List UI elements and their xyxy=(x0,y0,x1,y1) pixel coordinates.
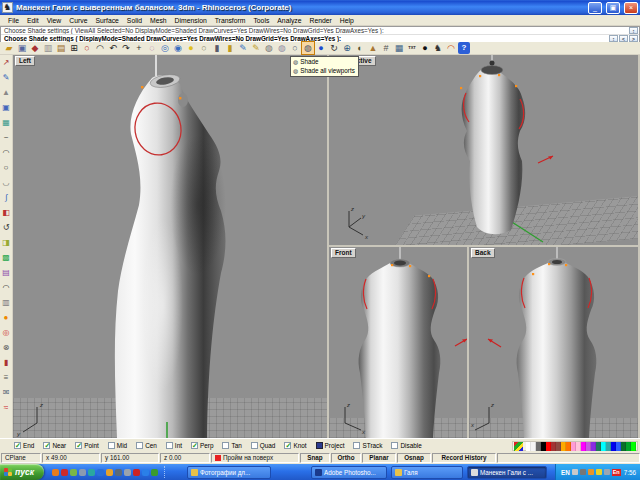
start-button[interactable]: пуск xyxy=(0,464,44,480)
tray-icon[interactable] xyxy=(588,469,594,475)
zoom-extents-icon[interactable]: ◉ xyxy=(172,42,184,54)
command-scroll-button[interactable]: ↕ xyxy=(629,27,638,34)
layer-indicator[interactable]: Пройм на поверх xyxy=(211,453,299,463)
paste-icon[interactable]: ▤ xyxy=(55,42,67,54)
redo-icon[interactable]: ↷ xyxy=(120,42,132,54)
menu-help[interactable]: Help xyxy=(336,15,358,26)
zoom-dynamic-icon[interactable]: ◌ xyxy=(146,42,158,54)
surface-icon[interactable]: ◧ xyxy=(1,206,12,219)
quick-launch-icon[interactable] xyxy=(115,469,122,476)
checkbox[interactable] xyxy=(108,442,115,449)
viewport-left[interactable]: z y Left xyxy=(13,55,327,438)
ring-icon[interactable]: ◎ xyxy=(1,326,12,339)
checkbox[interactable] xyxy=(191,442,198,449)
move-icon[interactable]: ↗ xyxy=(1,56,12,69)
intersect-icon[interactable]: ⊗ xyxy=(1,341,12,354)
snap-pane[interactable]: Snap xyxy=(300,453,330,463)
solid-icon[interactable]: ▲ xyxy=(1,86,12,99)
loft-icon[interactable]: ▩ xyxy=(1,251,12,264)
osnap-end[interactable]: End xyxy=(14,442,34,449)
flask-icon[interactable]: ▮ xyxy=(211,42,223,54)
checkbox[interactable] xyxy=(391,442,398,449)
tray-icon[interactable] xyxy=(580,469,586,475)
wireframe-view-icon[interactable]: ◍ xyxy=(263,42,275,54)
control-points-icon[interactable]: ✎ xyxy=(1,71,12,84)
envelope-icon[interactable]: ✉ xyxy=(1,386,12,399)
command-spinner-button[interactable]: ↕ xyxy=(609,35,618,42)
revolve-icon[interactable]: ↺ xyxy=(1,221,12,234)
text-icon[interactable]: TXT xyxy=(406,42,418,54)
checkbox[interactable] xyxy=(166,442,173,449)
grid-snap-icon[interactable]: # xyxy=(380,42,392,54)
xray-view-icon[interactable]: ○ xyxy=(289,42,301,54)
menu-curve[interactable]: Curve xyxy=(65,15,91,26)
polyline-icon[interactable]: ~ xyxy=(1,131,12,144)
osnap-pane[interactable]: Osnap xyxy=(397,453,431,463)
fillet-icon[interactable]: ◠ xyxy=(1,281,12,294)
menu-analyze[interactable]: Analyze xyxy=(273,15,305,26)
task-photos[interactable]: Фотографии дл... xyxy=(187,466,271,479)
copy-icon[interactable]: ▥ xyxy=(42,42,54,54)
properties-icon[interactable]: ▲ xyxy=(367,42,379,54)
osnap-int[interactable]: Int xyxy=(166,442,182,449)
command-next-button[interactable]: > xyxy=(629,35,638,42)
viewport-back[interactable]: z x Back xyxy=(469,247,638,438)
ghosted-view-icon[interactable]: ◍ xyxy=(276,42,288,54)
arc-icon[interactable]: ◠ xyxy=(1,146,12,159)
circle-tool-icon[interactable]: ○ xyxy=(1,161,12,174)
patch-icon[interactable]: ▤ xyxy=(1,266,12,279)
help-icon[interactable]: ? xyxy=(458,42,470,54)
quick-launch-icon[interactable] xyxy=(52,469,59,476)
grid-icon[interactable]: ▦ xyxy=(1,116,12,129)
open-folder-icon[interactable]: ▰ xyxy=(3,42,15,54)
color-swatch[interactable] xyxy=(631,442,636,451)
menu-render[interactable]: Render xyxy=(306,15,336,26)
osnap-disable[interactable]: Disable xyxy=(391,442,421,449)
osnap-point[interactable]: Point xyxy=(75,442,99,449)
curve-icon[interactable]: ◠ xyxy=(94,42,106,54)
stack-icon[interactable]: ≡ xyxy=(1,371,12,384)
lamp-on-icon[interactable]: ● xyxy=(185,42,197,54)
viewport-perspective[interactable]: z y x Perspective xyxy=(329,55,638,245)
restore-button[interactable]: ▣ xyxy=(606,2,620,14)
named-view-icon[interactable]: ▦ xyxy=(393,42,405,54)
quick-launch-icon[interactable] xyxy=(106,469,113,476)
checkbox[interactable] xyxy=(284,442,291,449)
menu-view[interactable]: View xyxy=(43,15,66,26)
ortho-pane[interactable]: Ortho xyxy=(331,453,361,463)
task-galya-folder[interactable]: Галя xyxy=(391,466,463,479)
task-rhino-active[interactable]: Манекен Гали с ... xyxy=(467,466,547,479)
command-prev-button[interactable]: < xyxy=(619,35,628,42)
command-prompt-line[interactable]: Choose Shade settings ( DisplayMode=Shad… xyxy=(1,35,639,43)
checkbox[interactable] xyxy=(222,442,229,449)
checkbox[interactable] xyxy=(353,442,360,449)
curve-tool-icon[interactable]: ◡ xyxy=(1,176,12,189)
minimize-button[interactable]: _ xyxy=(588,2,602,14)
rhino-render-icon[interactable]: ♞ xyxy=(432,42,444,54)
menu-solid[interactable]: Solid xyxy=(123,15,146,26)
quick-launch-icon[interactable] xyxy=(151,469,158,476)
osnap-quad[interactable]: Quad xyxy=(251,442,276,449)
sweep-icon[interactable]: ◨ xyxy=(1,236,12,249)
lock-icon[interactable]: ▮ xyxy=(224,42,236,54)
menu-tools[interactable]: Tools xyxy=(249,15,273,26)
viewport-layout-icon[interactable]: ⊞ xyxy=(68,42,80,54)
zoom-target-icon[interactable]: ⊕ xyxy=(341,42,353,54)
tray-icon[interactable] xyxy=(604,469,610,475)
zoom-window-icon[interactable]: ◎ xyxy=(159,42,171,54)
viewport-tab-left[interactable]: Left xyxy=(15,56,35,66)
punto-switcher-icon[interactable]: En xyxy=(612,469,621,476)
layers-icon[interactable]: ▣ xyxy=(1,101,12,114)
tray-icon[interactable] xyxy=(596,469,602,475)
quick-launch-icon[interactable] xyxy=(79,469,86,476)
quick-launch-icon[interactable] xyxy=(124,469,131,476)
osnap-project[interactable]: Project xyxy=(316,442,345,449)
quick-launch-icon[interactable] xyxy=(97,469,104,476)
shade-icon[interactable]: ◍ xyxy=(302,42,314,54)
menu-edit[interactable]: Edit xyxy=(23,15,43,26)
record-history-pane[interactable]: Record History xyxy=(432,453,496,463)
menu-surface[interactable]: Surface xyxy=(91,15,122,26)
checkbox[interactable] xyxy=(43,442,50,449)
osnap-near[interactable]: Near xyxy=(43,442,66,449)
pen-yellow-icon[interactable]: ✎ xyxy=(250,42,262,54)
